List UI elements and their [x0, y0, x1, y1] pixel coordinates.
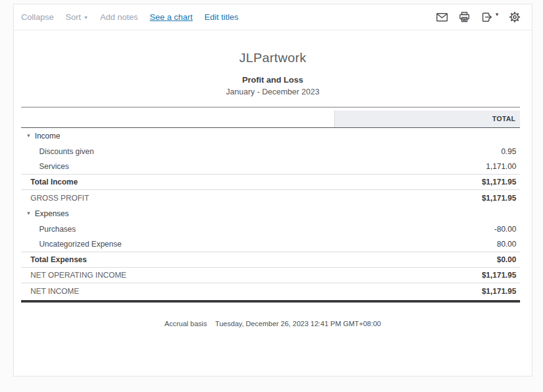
table-row-income: ▼Income: [21, 128, 520, 144]
collapse-button[interactable]: Collapse: [21, 12, 54, 22]
report-toolbar: Collapse Sort▼ Add notes See a chart Edi…: [14, 4, 532, 30]
report-panel: Collapse Sort▼ Add notes See a chart Edi…: [13, 4, 532, 376]
report-period: January - December 2023: [14, 87, 532, 96]
table-row-net-income: NET INCOME $1,171.95: [21, 283, 520, 299]
export-menu[interactable]: ▼: [480, 11, 500, 24]
sort-dropdown[interactable]: Sort▼: [66, 12, 89, 22]
row-label: Discounts given: [21, 147, 501, 156]
row-value: $1,171.95: [481, 178, 520, 186]
edit-titles-link[interactable]: Edit titles: [204, 12, 239, 22]
report-footer: Accrual basis Tuesday, December 26, 2023…: [14, 320, 532, 327]
row-value[interactable]: 80.00: [497, 240, 520, 248]
table-row-services: Services 1,171.00: [21, 159, 520, 175]
email-icon[interactable]: [436, 11, 449, 24]
row-value: $1,171.95: [481, 287, 520, 296]
row-value: $0.00: [497, 255, 520, 264]
row-label: Income: [35, 132, 60, 140]
table-row-total-income: Total Income $1,171.95: [21, 175, 520, 190]
export-icon: [480, 11, 494, 24]
row-label: NET OPERATING INCOME: [21, 271, 481, 280]
chevron-down-icon: ▼: [495, 12, 500, 17]
row-label: NET INCOME: [21, 287, 481, 296]
row-value[interactable]: 0.95: [501, 147, 520, 156]
row-value: $1,171.95: [481, 194, 520, 203]
report-timestamp: Tuesday, December 26, 2023 12:41 PM GMT+…: [215, 320, 381, 327]
report-heading: JLPartwork Profit and Loss January - Dec…: [14, 50, 532, 96]
settings-icon[interactable]: [508, 11, 522, 24]
profit-loss-table: TOTAL ▼Income Discounts given 0.95 Servi…: [21, 107, 520, 303]
report-title: Profit and Loss: [14, 75, 532, 84]
row-value[interactable]: -80.00: [495, 225, 520, 234]
collapse-triangle-icon[interactable]: ▼: [26, 133, 31, 139]
row-value[interactable]: 1,171.00: [486, 162, 520, 171]
see-a-chart-link[interactable]: See a chart: [150, 12, 193, 22]
table-row-purchases: Purchases -80.00: [21, 221, 520, 237]
header-spacer: [21, 111, 334, 127]
toolbar-icon-group: ▼: [436, 11, 522, 24]
row-label: Purchases: [21, 225, 495, 234]
table-row-net-operating-income: NET OPERATING INCOME $1,171.95: [21, 268, 520, 283]
table-row-uncategorized-expense: Uncategorized Expense 80.00: [21, 237, 520, 252]
chevron-down-icon: ▼: [83, 15, 88, 21]
sort-label: Sort: [66, 12, 81, 22]
row-label: Uncategorized Expense: [21, 240, 497, 248]
print-icon[interactable]: [458, 11, 472, 24]
row-value: $1,171.95: [481, 271, 520, 280]
row-label: Total Income: [21, 178, 481, 186]
total-column-header: TOTAL: [334, 111, 520, 127]
table-header-row: TOTAL: [21, 111, 520, 127]
table-row-expenses: ▼Expenses: [21, 206, 520, 221]
collapse-triangle-icon[interactable]: ▼: [26, 211, 31, 216]
row-label: GROSS PROFIT: [21, 194, 481, 203]
table-row-discounts-given: Discounts given 0.95: [21, 144, 520, 159]
company-name: JLPartwork: [14, 50, 532, 65]
table-row-total-expenses: Total Expenses $0.00: [21, 252, 520, 268]
accounting-basis: Accrual basis: [165, 320, 207, 327]
row-label: Services: [21, 162, 486, 171]
add-notes-button[interactable]: Add notes: [100, 12, 138, 22]
table-bottom-double-rule: [21, 300, 520, 303]
row-label: Expenses: [35, 209, 69, 218]
row-label: Total Expenses: [21, 255, 497, 264]
table-row-gross-profit: GROSS PROFIT $1,171.95: [21, 190, 520, 206]
